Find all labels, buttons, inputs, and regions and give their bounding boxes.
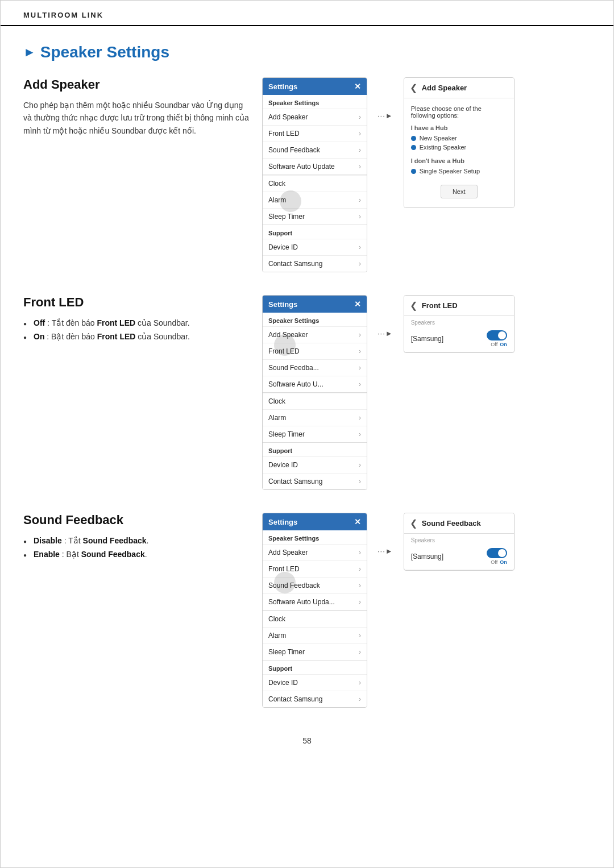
settings-item-contact-samsung-2[interactable]: Contact Samsung › <box>263 473 367 489</box>
term-on: On <box>34 332 44 341</box>
page-number: 58 <box>23 730 591 757</box>
radio-dot-icon <box>411 169 416 174</box>
page: MULTIROOM LINK Speaker Settings Add Spea… <box>0 0 614 868</box>
settings-item-text: Device ID <box>268 243 298 251</box>
settings-item-software-auto-u[interactable]: Software Auto U... › <box>263 376 367 392</box>
settings-item-device-id[interactable]: Device ID › <box>263 239 367 255</box>
settings-item-text: Contact Samsung <box>268 695 322 703</box>
feature-right-front-led: Settings ✕ Speaker Settings Add Speaker … <box>262 295 591 490</box>
settings-item-text: Device ID <box>268 679 298 687</box>
next-button[interactable]: Next <box>441 185 478 198</box>
settings-item-clock: Clock <box>263 175 367 192</box>
settings-item-text: Add Speaker <box>268 331 308 339</box>
list-item-off: Off : Tắt đèn báo Front LED của Soundbar… <box>23 317 251 330</box>
arrow-connector-3: ···► <box>377 513 393 555</box>
chevron-right-icon: › <box>359 549 361 556</box>
chevron-right-icon: › <box>359 347 361 355</box>
chevron-right-icon: › <box>359 380 361 388</box>
main-content: Speaker Settings Add Speaker Cho phép bạ… <box>1 26 613 779</box>
front-led-toggle[interactable] <box>487 330 507 340</box>
list-item-enable: Enable : Bật Sound Feedback. <box>23 548 251 562</box>
settings-item-clock-2: Clock <box>263 393 367 409</box>
settings-item-text: Alarm <box>268 632 286 639</box>
settings-close-button-2[interactable]: ✕ <box>354 300 361 309</box>
option-single-speaker[interactable]: Single Speaker Setup <box>411 167 507 176</box>
settings-item-text: Software Auto Upda... <box>268 598 335 606</box>
feature-title-add-speaker: Add Speaker <box>23 77 251 92</box>
settings-item-sound-feedba[interactable]: Sound Feedba... › <box>263 359 367 376</box>
hub-group-label: I have a Hub <box>411 124 507 131</box>
settings-close-button[interactable]: ✕ <box>354 82 361 91</box>
chevron-right-icon: › <box>359 598 361 606</box>
term-off: Off <box>34 318 45 327</box>
settings-close-button-3[interactable]: ✕ <box>354 517 361 526</box>
term-front-led-off: Front LED <box>97 318 135 327</box>
settings-item-sound-feedback[interactable]: Sound Feedback › <box>263 142 367 158</box>
speakers-section-label: Speakers <box>404 316 514 326</box>
toggle-on-label-3: On <box>500 559 507 565</box>
settings-item-front-led-2[interactable]: Front LED › <box>263 343 367 359</box>
settings-item-software-auto-update[interactable]: Software Auto Update › <box>263 158 367 175</box>
settings-item-text: Sleep Timer <box>268 430 305 438</box>
settings-item-alarm-2[interactable]: Alarm › <box>263 409 367 426</box>
detail-panel-title-2: Front LED <box>422 301 458 310</box>
radio-dot-icon <box>411 136 416 141</box>
chevron-right-icon: › <box>359 213 361 221</box>
detail-panel-header: ❮ Add Speaker <box>404 78 514 98</box>
settings-item-text: Clock <box>268 397 285 405</box>
sound-feedback-toggle[interactable] <box>487 548 507 558</box>
settings-item-add-speaker-2[interactable]: Add Speaker › <box>263 326 367 343</box>
detail-panel-front-led: ❮ Front LED Speakers [Samsung] Off On <box>404 295 515 353</box>
back-icon-2[interactable]: ❮ <box>410 300 417 311</box>
feature-right-add-speaker: Settings ✕ Speaker Settings Add Speaker … <box>262 77 591 272</box>
detail-panel-title: Add Speaker <box>422 84 467 92</box>
detail-panel-body: Please choose one of the following optio… <box>404 98 514 207</box>
settings-panel-header: Settings ✕ <box>263 78 367 95</box>
settings-item-sleep-timer-2[interactable]: Sleep Timer › <box>263 426 367 442</box>
detail-panel-title-3: Sound Feedback <box>422 519 481 528</box>
option-new-speaker[interactable]: New Speaker <box>411 134 507 143</box>
settings-item-text: Clock <box>268 180 285 188</box>
chevron-right-icon: › <box>359 146 361 154</box>
settings-item-alarm[interactable]: Alarm › <box>263 192 367 208</box>
back-icon-3[interactable]: ❮ <box>410 518 417 529</box>
chevron-right-icon: › <box>359 632 361 639</box>
settings-item-device-id-2[interactable]: Device ID › <box>263 456 367 473</box>
settings-item-sleep-timer-3[interactable]: Sleep Timer › <box>263 643 367 660</box>
option-label: New Speaker <box>420 135 457 142</box>
chevron-right-icon: › <box>359 582 361 589</box>
feature-left-front-led: Front LED Off : Tắt đèn báo Front LED củ… <box>23 295 262 490</box>
settings-item-sleep-timer[interactable]: Sleep Timer › <box>263 208 367 225</box>
settings-item-text: Alarm <box>268 196 286 204</box>
settings-item-contact-samsung-3[interactable]: Contact Samsung › <box>263 691 367 707</box>
arrow-dots-icon-3: ···► <box>377 547 393 555</box>
option-existing-speaker[interactable]: Existing Speaker <box>411 143 507 152</box>
settings-item-front-led-3[interactable]: Front LED › <box>263 560 367 577</box>
samsung-device-label: [Samsung] <box>411 335 443 343</box>
settings-item-device-id-3[interactable]: Device ID › <box>263 674 367 691</box>
detail-panel-add-speaker: ❮ Add Speaker Please choose one of the f… <box>404 77 515 208</box>
feature-row-front-led: Front LED Off : Tắt đèn báo Front LED củ… <box>23 295 591 490</box>
settings-item-sound-feedback-3[interactable]: Sound Feedback › <box>263 577 367 593</box>
back-icon[interactable]: ❮ <box>410 82 417 93</box>
settings-item-front-led[interactable]: Front LED › <box>263 125 367 142</box>
feature-title-front-led: Front LED <box>23 295 251 310</box>
toggle-group: Off On <box>487 330 507 347</box>
settings-item-add-speaker[interactable]: Add Speaker › <box>263 109 367 125</box>
chevron-right-icon: › <box>359 196 361 204</box>
settings-item-alarm-3[interactable]: Alarm › <box>263 627 367 643</box>
list-item-on: On : Bật đèn báo Front LED của Soundbar. <box>23 330 251 344</box>
settings-item-text: Sound Feedback <box>268 146 320 154</box>
top-bar: MULTIROOM LINK <box>1 1 613 26</box>
settings-item-text: Front LED <box>268 565 300 573</box>
settings-item-contact-samsung[interactable]: Contact Samsung › <box>263 255 367 272</box>
settings-panel-title-2: Settings <box>268 300 297 309</box>
settings-panel-add-speaker: Settings ✕ Speaker Settings Add Speaker … <box>262 77 367 272</box>
settings-item-software-auto-upda[interactable]: Software Auto Upda... › <box>263 593 367 610</box>
chevron-right-icon: › <box>359 414 361 422</box>
settings-panel-title: Settings <box>268 82 297 91</box>
settings-item-clock-3: Clock <box>263 610 367 627</box>
arrow-dots-icon: ···► <box>377 111 393 120</box>
chevron-right-icon: › <box>359 364 361 372</box>
settings-item-add-speaker-3[interactable]: Add Speaker › <box>263 544 367 560</box>
